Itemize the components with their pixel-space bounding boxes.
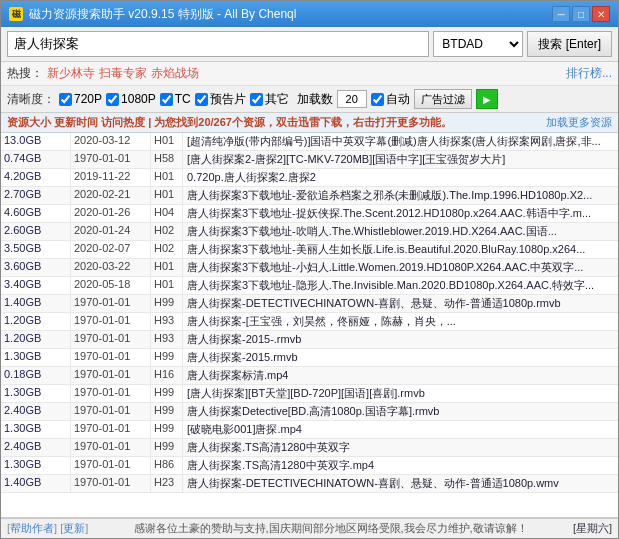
table-row[interactable]: 4.60GB 2020-01-26 H04 唐人街探案3下载地址-捉妖侠探.Th… xyxy=(1,205,618,223)
filter-trailer-checkbox[interactable] xyxy=(195,93,208,106)
col-title: 唐人街探案3下载地址-隐形人.The.Invisible.Man.2020.BD… xyxy=(183,277,618,294)
table-row[interactable]: 2.40GB 1970-01-01 H99 唐人街探案.TS高清1280中英双字 xyxy=(1,439,618,457)
table-row[interactable]: 2.70GB 2020-02-21 H01 唐人街探案3下载地址-爱欲追杀档案之… xyxy=(1,187,618,205)
help-author-link[interactable]: 帮助作者 xyxy=(10,522,54,534)
filter-tc-label: TC xyxy=(175,92,191,106)
col-date: 2020-01-26 xyxy=(71,205,151,222)
col-title: [唐人街探案2-唐探2][TC-MKV-720MB][国语中字][王宝强贺岁大片… xyxy=(183,151,618,168)
filter-label: 清晰度： xyxy=(7,91,55,108)
table-row[interactable]: 3.60GB 2020-03-22 H01 唐人街探案3下载地址-小妇人.Lit… xyxy=(1,259,618,277)
col-title: 唐人街探案-2015-.rmvb xyxy=(183,331,618,348)
table-row[interactable]: 1.30GB 1970-01-01 H86 唐人街探案.TS高清1280中英双字… xyxy=(1,457,618,475)
status-left: [帮助作者] [更新] xyxy=(7,521,88,536)
play-button[interactable]: ▶ xyxy=(476,89,498,109)
col-date: 2020-01-24 xyxy=(71,223,151,240)
col-size: 1.30GB xyxy=(1,421,71,438)
table-row[interactable]: 1.40GB 1970-01-01 H23 唐人街探案-DETECTIVECHI… xyxy=(1,475,618,493)
col-date: 1970-01-01 xyxy=(71,385,151,402)
col-hot: H01 xyxy=(151,277,183,294)
search-button[interactable]: 搜索 [Enter] xyxy=(527,31,612,57)
window-controls: ─ □ ✕ xyxy=(552,6,610,22)
rank-link[interactable]: 排行榜... xyxy=(566,65,612,82)
col-date: 2020-05-18 xyxy=(71,277,151,294)
table-row[interactable]: 4.20GB 2019-11-22 H01 0.720p.唐人街探案2.唐探2 xyxy=(1,169,618,187)
load-more-button[interactable]: 加载更多资源 xyxy=(546,115,612,130)
table-row[interactable]: 2.60GB 2020-01-24 H02 唐人街探案3下载地址-吹哨人.The… xyxy=(1,223,618,241)
col-hot: H58 xyxy=(151,151,183,168)
col-size: 3.50GB xyxy=(1,241,71,258)
col-title: 唐人街探案Detective[BD.高清1080p.国语字幕].rmvb xyxy=(183,403,618,420)
status-day: [星期六] xyxy=(573,521,612,536)
filter-other[interactable]: 其它 xyxy=(250,91,289,108)
filter-other-checkbox[interactable] xyxy=(250,93,263,106)
col-size: 3.60GB xyxy=(1,259,71,276)
filter-1080p-label: 1080P xyxy=(121,92,156,106)
col-date: 2020-02-07 xyxy=(71,241,151,258)
table-row[interactable]: 1.30GB 1970-01-01 H99 唐人街探案-2015.rmvb xyxy=(1,349,618,367)
col-hot: H02 xyxy=(151,241,183,258)
col-size: 13.0GB xyxy=(1,133,71,150)
filter-trailer[interactable]: 预告片 xyxy=(195,91,246,108)
close-button[interactable]: ✕ xyxy=(592,6,610,22)
col-size: 2.70GB xyxy=(1,187,71,204)
table-row[interactable]: 13.0GB 2020-03-12 H01 [超清纯净版(带内部编号)]国语中英… xyxy=(1,133,618,151)
col-title: 唐人街探案3下载地址-吹哨人.The.Whistleblower.2019.HD… xyxy=(183,223,618,240)
col-size: 1.40GB xyxy=(1,295,71,312)
table-row[interactable]: 1.40GB 1970-01-01 H99 唐人街探案-DETECTIVECHI… xyxy=(1,295,618,313)
col-date: 2020-03-22 xyxy=(71,259,151,276)
col-hot: H23 xyxy=(151,475,183,492)
ad-filter-button[interactable]: 广告过滤 xyxy=(414,89,472,109)
col-title: [破晓电影001]唐探.mp4 xyxy=(183,421,618,438)
filter-1080p[interactable]: 1080P xyxy=(106,92,156,106)
table-row[interactable]: 2.40GB 1970-01-01 H99 唐人街探案Detective[BD.… xyxy=(1,403,618,421)
col-size: 2.60GB xyxy=(1,223,71,240)
col-title: 唐人街探案-[王宝强，刘昊然，佟丽娅，陈赫，肖央，... xyxy=(183,313,618,330)
table-row[interactable]: 0.74GB 1970-01-01 H58 [唐人街探案2-唐探2][TC-MK… xyxy=(1,151,618,169)
hot-link-2[interactable]: 扫毒专家 xyxy=(99,65,147,82)
col-size: 1.20GB xyxy=(1,331,71,348)
hot-link-1[interactable]: 新少林寺 xyxy=(47,65,95,82)
maximize-button[interactable]: □ xyxy=(572,6,590,22)
filter-720p-checkbox[interactable] xyxy=(59,93,72,106)
table-row[interactable]: 1.30GB 1970-01-01 H99 [破晓电影001]唐探.mp4 xyxy=(1,421,618,439)
col-hot: H02 xyxy=(151,223,183,240)
col-hot: H01 xyxy=(151,259,183,276)
table-row[interactable]: 1.30GB 1970-01-01 H99 [唐人街探案][BT天堂][BD-7… xyxy=(1,385,618,403)
col-title: 唐人街探案3下载地址-捉妖侠探.The.Scent.2012.HD1080p.x… xyxy=(183,205,618,222)
col-hot: H99 xyxy=(151,295,183,312)
col-size: 3.40GB xyxy=(1,277,71,294)
col-date: 1970-01-01 xyxy=(71,331,151,348)
search-input[interactable] xyxy=(7,31,429,57)
load-count-input[interactable] xyxy=(337,90,367,108)
col-date: 1970-01-01 xyxy=(71,367,151,384)
table-row[interactable]: 3.50GB 2020-02-07 H02 唐人街探案3下载地址-美丽人生如长版… xyxy=(1,241,618,259)
table-row[interactable]: 3.40GB 2020-05-18 H01 唐人街探案3下载地址-隐形人.The… xyxy=(1,277,618,295)
update-link[interactable]: 更新 xyxy=(63,522,85,534)
load-count-label: 加载数 xyxy=(297,91,333,108)
col-title: 唐人街探案-DETECTIVECHINATOWN-喜剧、悬疑、动作-普通适108… xyxy=(183,295,618,312)
col-date: 1970-01-01 xyxy=(71,403,151,420)
filter-1080p-checkbox[interactable] xyxy=(106,93,119,106)
results-header: 资源大小 更新时间 访问热度 | 为您找到20/267个资源，双击迅雷下载，右击… xyxy=(1,113,618,133)
table-row[interactable]: 1.20GB 1970-01-01 H93 唐人街探案-[王宝强，刘昊然，佟丽娅… xyxy=(1,313,618,331)
col-date: 1970-01-01 xyxy=(71,313,151,330)
auto-label: 自动 xyxy=(386,91,410,108)
auto-filter[interactable]: 自动 xyxy=(371,91,410,108)
col-hot: H93 xyxy=(151,331,183,348)
col-date: 2019-11-22 xyxy=(71,169,151,186)
col-date: 2020-03-12 xyxy=(71,133,151,150)
source-select[interactable]: BTDAD xyxy=(433,31,523,57)
col-hot: H99 xyxy=(151,349,183,366)
hot-link-3[interactable]: 赤焰战场 xyxy=(151,65,199,82)
title-bar-left: 磁 磁力资源搜索助手 v20.9.15 特别版 - All By Chenql xyxy=(9,6,296,23)
filter-720p[interactable]: 720P xyxy=(59,92,102,106)
col-hot: H16 xyxy=(151,367,183,384)
auto-checkbox[interactable] xyxy=(371,93,384,106)
table-row[interactable]: 0.18GB 1970-01-01 H16 唐人街探案标清.mp4 xyxy=(1,367,618,385)
col-hot: H01 xyxy=(151,187,183,204)
col-date: 1970-01-01 xyxy=(71,421,151,438)
filter-tc[interactable]: TC xyxy=(160,92,191,106)
filter-tc-checkbox[interactable] xyxy=(160,93,173,106)
table-row[interactable]: 1.20GB 1970-01-01 H93 唐人街探案-2015-.rmvb xyxy=(1,331,618,349)
minimize-button[interactable]: ─ xyxy=(552,6,570,22)
